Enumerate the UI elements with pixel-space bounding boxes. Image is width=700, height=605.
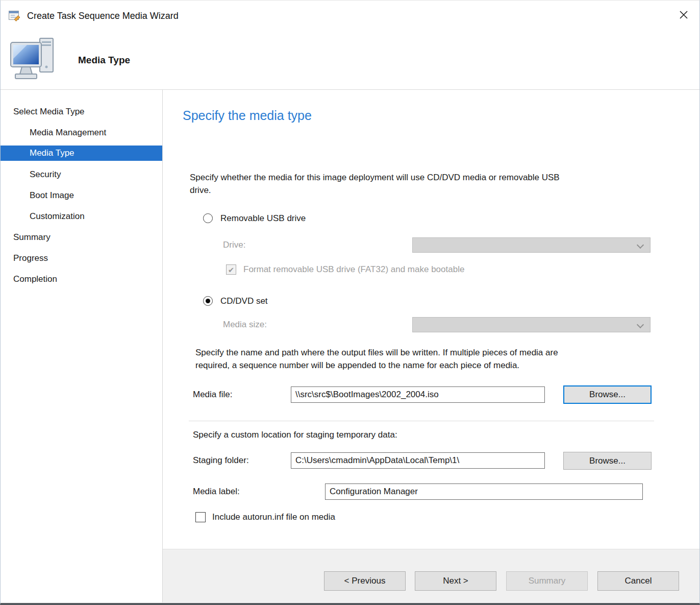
cancel-button[interactable]: Cancel [597, 571, 679, 591]
close-button[interactable] [669, 1, 698, 29]
sidebar-item-boot-image: Boot Image [1, 185, 162, 206]
wizard-window: Create Task Sequence Media Wizard [0, 0, 700, 605]
sidebar-item-progress: Progress [1, 248, 162, 269]
wizard-icon [8, 9, 21, 22]
autorun-checkbox-label[interactable]: Include autorun.inf file on media [212, 511, 335, 523]
staging-folder-label: Staging folder: [193, 452, 249, 469]
cd-dvd-radio[interactable] [203, 296, 213, 306]
drive-select [412, 237, 651, 253]
section-divider [189, 421, 654, 421]
previous-button[interactable]: < Previous [324, 571, 406, 591]
media-size-select [412, 317, 651, 332]
summary-button: Summary [506, 571, 588, 591]
media-file-input[interactable] [291, 386, 545, 403]
output-note: Specify the name and path where the outp… [195, 346, 675, 372]
media-size-label: Media size: [223, 317, 267, 332]
browse-media-file-button[interactable]: Browse... [563, 385, 652, 404]
next-button[interactable]: Next > [415, 571, 496, 591]
page-title: Media Type [78, 31, 130, 89]
titlebar: Create Task Sequence Media Wizard [1, 1, 699, 31]
format-usb-checkbox [226, 264, 236, 275]
sidebar-item-customization: Customization [1, 206, 162, 227]
media-label-label: Media label: [193, 483, 240, 500]
intro-text: Specify whether the media for this image… [190, 171, 669, 197]
media-label-input[interactable] [325, 483, 643, 500]
usb-drive-radio[interactable] [203, 213, 213, 223]
sidebar-item-security: Security [1, 164, 162, 185]
wizard-step-list: Select Media Type Media Management Media… [1, 90, 163, 602]
close-icon [680, 11, 688, 19]
staging-folder-input[interactable] [291, 452, 545, 469]
format-usb-checkbox-label: Format removable USB drive (FAT32) and m… [243, 263, 464, 276]
sidebar-item-summary: Summary [1, 227, 162, 248]
window-title: Create Task Sequence Media Wizard [27, 11, 179, 21]
media-file-label: Media file: [193, 386, 232, 403]
sidebar-item-media-management: Media Management [1, 122, 162, 143]
drive-label: Drive: [223, 237, 245, 253]
cd-dvd-radio-label[interactable]: CD/DVD set [220, 295, 268, 307]
section-heading: Specify the media type [183, 108, 312, 123]
wizard-page: Specify the media type Specify whether t… [163, 90, 699, 602]
sidebar-item-select-media-type: Select Media Type [1, 101, 162, 122]
sidebar-item-completion: Completion [1, 269, 162, 289]
usb-drive-radio-label[interactable]: Removable USB drive [220, 212, 306, 225]
browse-staging-folder-button[interactable]: Browse... [563, 452, 652, 470]
autorun-checkbox[interactable] [195, 512, 206, 522]
staging-note: Specify a custom location for staging te… [193, 429, 652, 440]
sidebar-item-media-type: Media Type [1, 146, 162, 161]
computer-icon [9, 35, 60, 87]
wizard-header: Media Type [1, 31, 699, 90]
